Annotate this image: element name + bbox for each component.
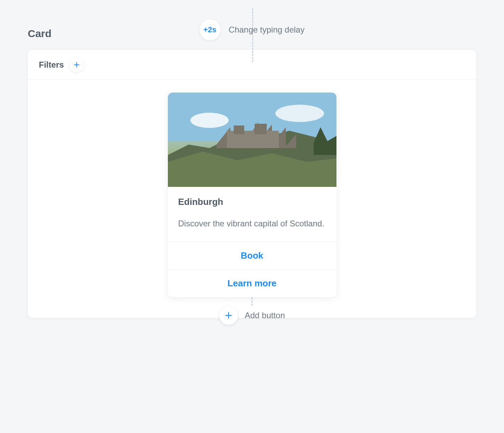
filters-label: Filters (39, 60, 64, 70)
card-title[interactable]: Edinburgh (178, 197, 326, 207)
card-description[interactable]: Discover the vibrant capital of Scotland… (178, 217, 326, 230)
delay-value: +2s (203, 25, 216, 34)
plus-icon (224, 311, 232, 320)
card-image (168, 93, 336, 187)
add-button-circle[interactable] (219, 306, 238, 325)
card-action-learn-more[interactable]: Learn more (168, 269, 336, 297)
typing-delay-label[interactable]: Change typing delay (229, 25, 305, 35)
card-body: Edinburgh Discover the vibrant capital o… (28, 80, 476, 318)
add-button-label[interactable]: Add button (245, 311, 285, 320)
plus-icon (73, 61, 80, 68)
svg-rect-7 (255, 124, 267, 134)
svg-point-4 (275, 105, 324, 122)
typing-delay-pill[interactable]: +2s (199, 19, 220, 40)
svg-point-3 (190, 113, 229, 128)
card-content: Edinburgh Discover the vibrant capital o… (168, 187, 336, 242)
preview-card[interactable]: Edinburgh Discover the vibrant capital o… (168, 93, 336, 297)
svg-rect-6 (234, 125, 244, 134)
add-filter-button[interactable] (69, 58, 84, 72)
card-action-book[interactable]: Book (168, 242, 336, 269)
card-container: Filters (28, 50, 476, 318)
